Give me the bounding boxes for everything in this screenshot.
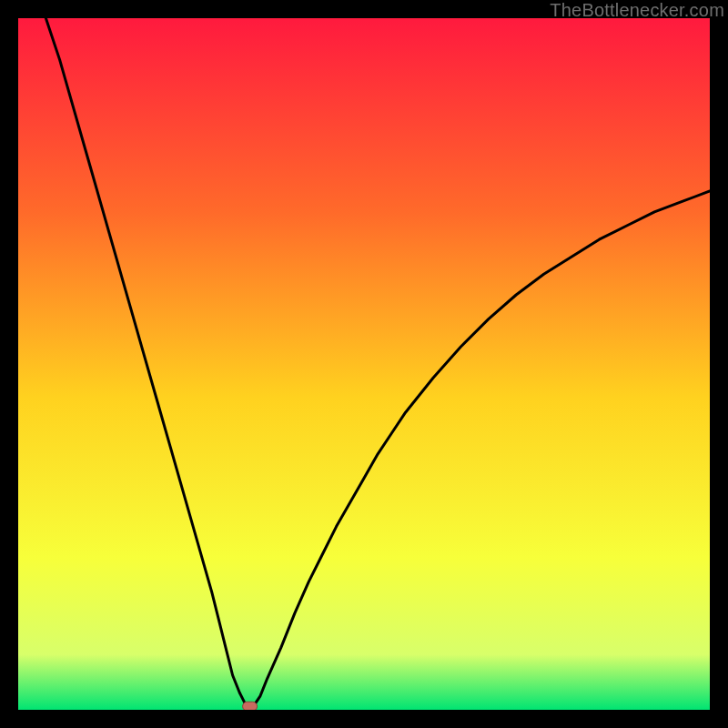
- optimal-point-marker: [243, 702, 258, 710]
- gradient-background: [18, 18, 710, 710]
- chart-frame: [18, 18, 710, 710]
- chart-svg: [18, 18, 710, 710]
- watermark-text: TheBottlenecker.com: [550, 0, 724, 21]
